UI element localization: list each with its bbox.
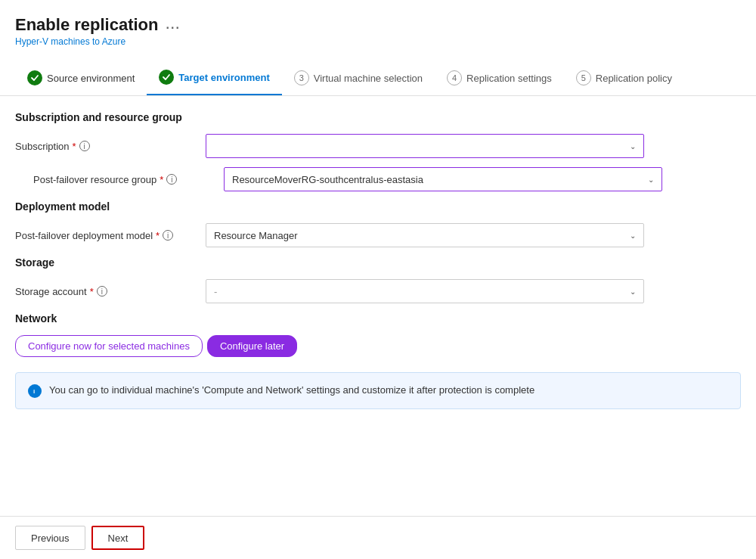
step-number-vm: 3	[294, 70, 309, 85]
page-title: Enable replication	[15, 15, 159, 35]
step-label-replication-settings: Replication settings	[466, 73, 552, 84]
content-area: Subscription and resource group Subscrip…	[0, 95, 756, 516]
step-label-replication-policy: Replication policy	[596, 73, 672, 84]
subscription-arrow-icon: ⌄	[630, 142, 636, 151]
post-failover-rg-info-icon[interactable]: i	[166, 174, 177, 185]
section-subscription: Subscription and resource group Subscrip…	[15, 111, 741, 191]
next-button[interactable]: Next	[91, 526, 145, 550]
storage-account-control: - ⌄	[206, 279, 644, 303]
section-title-deployment: Deployment model	[15, 200, 741, 213]
subscription-label: Subscription * i	[15, 141, 197, 152]
header: Enable replication ... Hyper-V machines …	[0, 0, 756, 54]
post-failover-rg-arrow-icon: ⌄	[648, 175, 654, 184]
storage-account-arrow-icon: ⌄	[630, 287, 636, 296]
subscription-control: ⌄	[206, 134, 644, 158]
post-failover-rg-value: ResourceMoverRG-southcentralus-eastasia	[232, 174, 423, 185]
step-number-replication-policy: 5	[576, 70, 591, 85]
section-deployment: Deployment model Post-failover deploymen…	[15, 200, 741, 247]
storage-account-label: Storage account * i	[15, 286, 197, 297]
storage-account-dropdown[interactable]: - ⌄	[206, 279, 644, 303]
deployment-model-arrow-icon: ⌄	[630, 231, 636, 240]
post-failover-rg-control: ResourceMoverRG-southcentralus-eastasia …	[224, 167, 662, 191]
wizard-step-vm[interactable]: 3 Virtual machine selection	[282, 63, 435, 95]
subscription-dropdown[interactable]: ⌄	[206, 134, 644, 158]
subscription-info-icon[interactable]: i	[79, 141, 90, 151]
step-number-replication-settings: 4	[447, 70, 462, 85]
post-failover-rg-dropdown[interactable]: ResourceMoverRG-southcentralus-eastasia …	[224, 167, 662, 191]
wizard-step-replication-settings[interactable]: 4 Replication settings	[435, 63, 564, 95]
page-subtitle: Hyper-V machines to Azure	[15, 36, 741, 47]
subscription-row: Subscription * i ⌄	[15, 134, 741, 158]
deployment-model-value: Resource Manager	[214, 230, 298, 241]
deployment-model-dropdown[interactable]: Resource Manager ⌄	[206, 223, 644, 247]
section-storage: Storage Storage account * i - ⌄	[15, 256, 741, 303]
step-label-target: Target environment	[178, 72, 269, 83]
section-title-subscription: Subscription and resource group	[15, 111, 741, 123]
section-title-storage: Storage	[15, 256, 741, 269]
step-label-source: Source environment	[47, 73, 135, 84]
section-network: Network Configure now for selected machi…	[15, 312, 741, 357]
step-label-vm: Virtual machine selection	[314, 73, 423, 84]
wizard-nav: Source environment Target environment 3 …	[0, 54, 756, 95]
configure-later-button[interactable]: Configure later	[207, 335, 297, 357]
footer: Previous Next	[0, 516, 756, 559]
info-box-icon: i	[28, 384, 42, 398]
deployment-model-row: Post-failover deployment model * i Resou…	[15, 223, 741, 247]
wizard-step-replication-policy[interactable]: 5 Replication policy	[564, 63, 684, 95]
deployment-model-required: *	[156, 230, 160, 241]
configure-now-button[interactable]: Configure now for selected machines	[15, 335, 203, 357]
previous-button[interactable]: Previous	[15, 526, 85, 550]
step-check-target	[159, 70, 174, 85]
page-container: Enable replication ... Hyper-V machines …	[0, 0, 756, 559]
deployment-model-info-icon[interactable]: i	[163, 230, 173, 241]
network-toggle-group: Configure now for selected machines Conf…	[15, 335, 741, 357]
storage-account-info-icon[interactable]: i	[97, 286, 107, 297]
subscription-required: *	[73, 141, 76, 152]
section-title-network: Network	[15, 312, 741, 325]
step-check-source	[27, 70, 42, 85]
storage-account-required: *	[90, 286, 94, 297]
subscription-value	[214, 141, 217, 152]
wizard-step-target[interactable]: Target environment	[147, 62, 281, 95]
svg-text:i: i	[33, 388, 35, 395]
page-title-row: Enable replication ...	[15, 15, 741, 35]
info-box-text: You can go to individual machine's 'Comp…	[49, 384, 534, 397]
post-failover-rg-label: Post-failover resource group * i	[33, 174, 215, 185]
deployment-model-label: Post-failover deployment model * i	[15, 230, 197, 241]
storage-account-value: -	[214, 286, 217, 297]
deployment-model-control: Resource Manager ⌄	[206, 223, 644, 247]
post-failover-rg-row: Post-failover resource group * i Resourc…	[15, 167, 741, 191]
ellipsis-menu[interactable]: ...	[166, 18, 181, 32]
wizard-step-source[interactable]: Source environment	[15, 63, 147, 95]
storage-account-row: Storage account * i - ⌄	[15, 279, 741, 303]
info-box: i You can go to individual machine's 'Co…	[15, 372, 741, 409]
post-failover-rg-required: *	[160, 174, 163, 185]
